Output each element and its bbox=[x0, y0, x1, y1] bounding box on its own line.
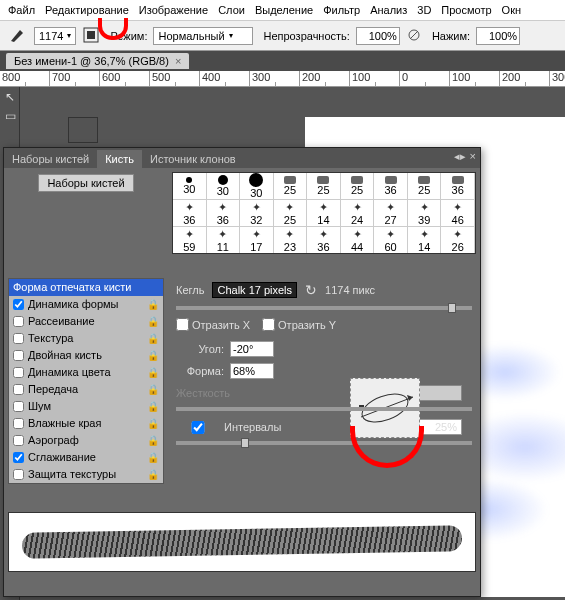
option-checkbox[interactable] bbox=[13, 350, 24, 361]
option-checkbox[interactable] bbox=[13, 452, 24, 463]
option-checkbox[interactable] bbox=[13, 435, 24, 446]
lock-icon[interactable]: 🔒 bbox=[147, 435, 159, 446]
brush-tip-cell[interactable]: 36 bbox=[441, 173, 475, 200]
brush-tip-cell[interactable]: ✦46 bbox=[441, 200, 475, 227]
brush-tip-cell[interactable]: 30 bbox=[240, 173, 274, 200]
brush-presets-button[interactable]: Наборы кистей bbox=[38, 174, 133, 192]
menu-view[interactable]: Просмотр bbox=[441, 4, 491, 16]
flow-input[interactable] bbox=[476, 27, 520, 45]
lock-icon[interactable]: 🔒 bbox=[147, 350, 159, 361]
brush-tip-cell[interactable]: 25 bbox=[341, 173, 375, 200]
move-tool-icon[interactable]: ↖ bbox=[1, 88, 19, 106]
brush-tip-grid[interactable]: 303030252525362536✦36✦36✦32✦25✦14✦24✦27✦… bbox=[172, 172, 476, 254]
panel-collapse-icon[interactable]: ◂▸ bbox=[454, 150, 466, 163]
brush-tip-cell[interactable]: ✦27 bbox=[374, 200, 408, 227]
brush-option-row[interactable]: Аэрограф🔒 bbox=[9, 432, 163, 449]
flip-y-checkbox[interactable]: Отразить Y bbox=[262, 318, 336, 331]
brush-tip-cell[interactable]: ✦25 bbox=[274, 200, 308, 227]
brush-tip-cell[interactable]: ✦14 bbox=[408, 227, 442, 254]
document-tab[interactable]: Без имени-1 @ 36,7% (RGB/8) × bbox=[6, 53, 189, 69]
roundness-input[interactable] bbox=[230, 363, 274, 379]
panel-close-icon[interactable]: × bbox=[470, 150, 476, 163]
menu-edit[interactable]: Редактирование bbox=[45, 4, 129, 16]
lock-icon[interactable]: 🔒 bbox=[147, 401, 159, 412]
brush-name-box[interactable]: Chalk 17 pixels bbox=[212, 282, 297, 298]
toggle-brush-panel-icon[interactable] bbox=[82, 26, 100, 46]
option-checkbox[interactable] bbox=[13, 418, 24, 429]
reset-size-icon[interactable]: ↻ bbox=[305, 282, 317, 298]
brush-tip-cell[interactable]: 30 bbox=[173, 173, 207, 200]
brush-tip-cell[interactable]: 36 bbox=[374, 173, 408, 200]
spacing-slider[interactable] bbox=[176, 441, 472, 445]
brush-option-row[interactable]: Влажные края🔒 bbox=[9, 415, 163, 432]
brush-tip-cell[interactable]: 25 bbox=[408, 173, 442, 200]
lock-icon[interactable]: 🔒 bbox=[147, 418, 159, 429]
brush-tip-cell[interactable]: 25 bbox=[274, 173, 308, 200]
tab-clone-source[interactable]: Источник клонов bbox=[142, 150, 244, 168]
tab-brush-presets[interactable]: Наборы кистей bbox=[4, 150, 97, 168]
brush-tip-cell[interactable]: ✦36 bbox=[207, 200, 241, 227]
brush-option-row[interactable]: Форма отпечатка кисти bbox=[9, 279, 163, 296]
brush-tip-cell[interactable]: 25 bbox=[307, 173, 341, 200]
brush-tip-cell[interactable]: 30 bbox=[207, 173, 241, 200]
blend-mode-dropdown[interactable]: Нормальный bbox=[153, 27, 253, 45]
tab-brush[interactable]: Кисть bbox=[97, 150, 142, 168]
brush-tip-cell[interactable]: ✦36 bbox=[307, 227, 341, 254]
brush-tip-cell[interactable]: ✦24 bbox=[341, 200, 375, 227]
option-checkbox[interactable] bbox=[13, 299, 24, 310]
brush-option-row[interactable]: Рассеивание🔒 bbox=[9, 313, 163, 330]
option-checkbox[interactable] bbox=[13, 316, 24, 327]
lock-icon[interactable]: 🔒 bbox=[147, 384, 159, 395]
option-checkbox[interactable] bbox=[13, 469, 24, 480]
option-checkbox[interactable] bbox=[13, 367, 24, 378]
menu-file[interactable]: Файл bbox=[8, 4, 35, 16]
flip-x-checkbox[interactable]: Отразить X bbox=[176, 318, 250, 331]
marquee-tool-icon[interactable]: ▭ bbox=[1, 107, 19, 125]
brush-tip-cell[interactable]: ✦36 bbox=[173, 200, 207, 227]
menu-layers[interactable]: Слои bbox=[218, 4, 245, 16]
brush-tip-cell[interactable]: ✦44 bbox=[341, 227, 375, 254]
brush-tip-cell[interactable]: ✦11 bbox=[207, 227, 241, 254]
brush-option-row[interactable]: Защита текстуры🔒 bbox=[9, 466, 163, 483]
lock-icon[interactable]: 🔒 bbox=[147, 333, 159, 344]
brush-tip-cell[interactable]: ✦60 bbox=[374, 227, 408, 254]
brush-option-row[interactable]: Динамика формы🔒 bbox=[9, 296, 163, 313]
brush-tip-cell[interactable]: ✦39 bbox=[408, 200, 442, 227]
option-checkbox[interactable] bbox=[13, 401, 24, 412]
spacing-input[interactable]: 25% bbox=[418, 419, 462, 435]
lock-icon[interactable]: 🔒 bbox=[147, 469, 159, 480]
navigator-mini[interactable] bbox=[68, 117, 98, 143]
brush-tip-cell[interactable]: ✦14 bbox=[307, 200, 341, 227]
brush-option-row[interactable]: Передача🔒 bbox=[9, 381, 163, 398]
spacing-checkbox[interactable]: Интервалы bbox=[176, 421, 281, 434]
tablet-opacity-icon[interactable] bbox=[406, 27, 422, 45]
menu-select[interactable]: Выделение bbox=[255, 4, 313, 16]
brush-option-row[interactable]: Сглаживание🔒 bbox=[9, 449, 163, 466]
brush-tip-cell[interactable]: ✦23 bbox=[274, 227, 308, 254]
angle-input[interactable] bbox=[230, 341, 274, 357]
lock-icon[interactable]: 🔒 bbox=[147, 316, 159, 327]
menu-analysis[interactable]: Анализ bbox=[370, 4, 407, 16]
menu-3d[interactable]: 3D bbox=[417, 4, 431, 16]
lock-icon[interactable]: 🔒 bbox=[147, 452, 159, 463]
menu-image[interactable]: Изображение bbox=[139, 4, 208, 16]
brush-option-row[interactable]: Текстура🔒 bbox=[9, 330, 163, 347]
close-tab-icon[interactable]: × bbox=[175, 55, 181, 67]
brush-option-row[interactable]: Динамика цвета🔒 bbox=[9, 364, 163, 381]
lock-icon[interactable]: 🔒 bbox=[147, 299, 159, 310]
brush-tool-icon[interactable] bbox=[8, 26, 28, 46]
opacity-input[interactable] bbox=[356, 27, 400, 45]
lock-icon[interactable]: 🔒 bbox=[147, 367, 159, 378]
size-slider[interactable] bbox=[176, 306, 472, 310]
brush-tip-cell[interactable]: ✦26 bbox=[441, 227, 475, 254]
brush-tip-cell[interactable]: ✦32 bbox=[240, 200, 274, 227]
option-checkbox[interactable] bbox=[13, 333, 24, 344]
brush-option-row[interactable]: Двойная кисть🔒 bbox=[9, 347, 163, 364]
menu-filter[interactable]: Фильтр bbox=[323, 4, 360, 16]
brush-tip-cell[interactable]: ✦59 bbox=[173, 227, 207, 254]
menu-window[interactable]: Окн bbox=[502, 4, 521, 16]
brush-preset-dropdown[interactable]: 1174 bbox=[34, 27, 76, 45]
brush-option-row[interactable]: Шум🔒 bbox=[9, 398, 163, 415]
option-checkbox[interactable] bbox=[13, 384, 24, 395]
brush-tip-cell[interactable]: ✦17 bbox=[240, 227, 274, 254]
